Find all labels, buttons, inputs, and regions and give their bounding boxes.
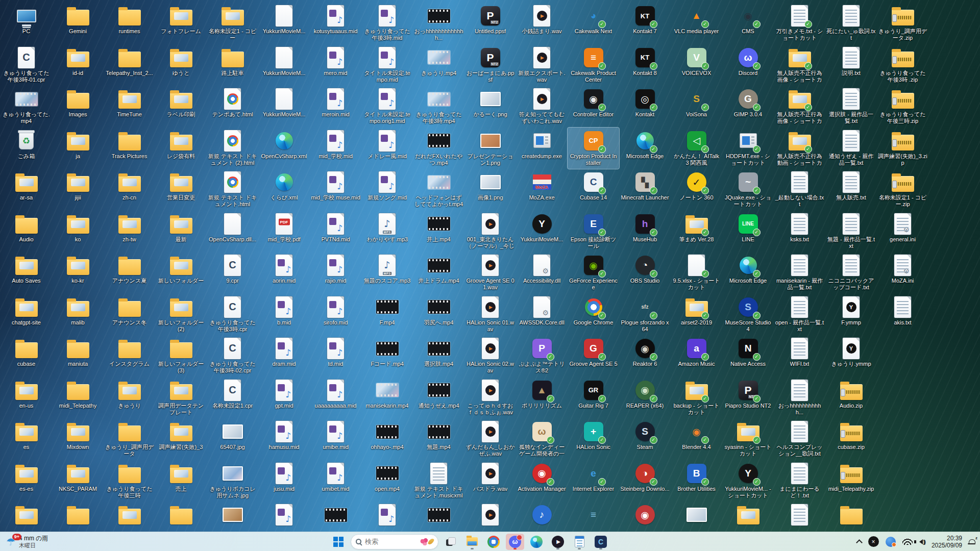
desktop-icon[interactable]: Images bbox=[52, 86, 104, 128]
desktop-icon[interactable]: Track Pictures bbox=[104, 128, 155, 169]
desktop-icon[interactable]: Mixdown bbox=[52, 418, 104, 460]
volume-icon[interactable]: )) bbox=[919, 539, 925, 545]
desktop-icon[interactable]: 無題 - 親作品一覧.txt bbox=[825, 211, 877, 253]
desktop-icon[interactable]: ohhayo-.mp4 bbox=[361, 418, 413, 460]
desktop-icon[interactable]: ✓HDDFMT.exe - ショートカット bbox=[722, 128, 774, 169]
desktop-icon[interactable]: ヘッドフォンはずしててよかっt.mp4 bbox=[413, 169, 464, 211]
desktop-icon[interactable]: アナウンス冬 bbox=[104, 294, 155, 336]
desktop-icon[interactable]: ▚✓Minecraft Launcher bbox=[619, 169, 671, 211]
desktop-icon[interactable]: ♪meroin.mid bbox=[310, 86, 361, 128]
desktop-icon[interactable]: S✓VoiSona bbox=[671, 86, 722, 128]
desktop-icon[interactable]: _起動しない場合.txt bbox=[774, 169, 825, 211]
desktop-icon[interactable]: テンポあて.html bbox=[207, 86, 258, 128]
desktop-icon[interactable]: ω✓孤独なインディーゲーム開発者の一生 ... bbox=[516, 418, 568, 460]
taskbar-app-discord[interactable]: ω bbox=[506, 534, 524, 550]
desktop-icon[interactable]: 通知うぜえ.mp4 bbox=[413, 377, 464, 419]
desktop-icon[interactable]: ニコニコバックアップコード.txt bbox=[825, 252, 877, 294]
taskbar-app-cubase[interactable]: C bbox=[592, 534, 610, 550]
desktop-icon[interactable]: PDFmid_学校.pdf bbox=[258, 211, 310, 253]
ime-ball-icon[interactable] bbox=[886, 537, 896, 547]
desktop-icon[interactable]: ✓筆まめ Ver.28 bbox=[671, 211, 722, 253]
desktop-icon[interactable]: きゅうり bbox=[104, 377, 155, 419]
desktop-icon[interactable]: 画像1.png bbox=[464, 169, 516, 211]
taskbar-app-media-player[interactable]: ▶ bbox=[549, 534, 567, 550]
desktop-icon[interactable]: くらび.xml bbox=[258, 169, 310, 211]
desktop-icon[interactable]: ♪MP3わかりやす.mp3 bbox=[361, 211, 413, 253]
desktop-icon[interactable]: Audio bbox=[1, 211, 52, 253]
desktop-icon[interactable]: ✓無人販売不正行為 画像 - ショートカッ... bbox=[774, 44, 825, 86]
desktop-icon[interactable]: ▲✓ポリリリリズム bbox=[516, 377, 568, 419]
desktop-icon[interactable]: ▶答え知っててもむずいわこれ.wav bbox=[516, 86, 568, 128]
search-input[interactable] bbox=[365, 538, 416, 545]
desktop-icon[interactable]: zh-tw bbox=[104, 211, 155, 253]
desktop-icon[interactable]: ▶こってゅｈｄすおｆｄｓｂふぉ.wav bbox=[464, 377, 516, 419]
desktop-icon[interactable]: ✓無人販売不正行為 画像 - ショートカット bbox=[774, 86, 825, 128]
desktop-icon[interactable]: おっhhhhhhhhhhhhh... bbox=[413, 3, 464, 44]
desktop-icon[interactable]: MoZAMoZA.exe bbox=[516, 169, 568, 211]
desktop-icon[interactable]: ~✓JQuake.exe - ショートカット bbox=[722, 169, 774, 211]
desktop-icon[interactable]: V✓VOICEVOX bbox=[671, 44, 722, 86]
voicevox-tray-icon[interactable]: × bbox=[868, 536, 879, 547]
desktop-icon[interactable]: ✓万引きメモ.txt - ショートカット bbox=[774, 3, 825, 44]
desktop-icon[interactable]: ♪mid_学校 muse.mid bbox=[310, 169, 361, 211]
desktop-icon[interactable]: jijii bbox=[52, 169, 104, 211]
desktop-icon[interactable]: ✓Google Chrome bbox=[568, 294, 619, 336]
desktop-icon[interactable]: ♪タイトル未設定.tempo.mid bbox=[361, 44, 413, 86]
tray-overflow-chevron-icon[interactable] bbox=[856, 539, 863, 546]
desktop-icon[interactable]: きゅうりボカコレ用サムネ.jpg bbox=[207, 460, 258, 502]
desktop-icon[interactable]: ◉✓CMS bbox=[722, 3, 774, 44]
desktop-icon[interactable]: chatgpt-site bbox=[1, 294, 52, 336]
desktop-icon[interactable]: midi_Telepathy bbox=[52, 377, 104, 419]
desktop-icon[interactable]: akis.txt bbox=[877, 294, 928, 336]
desktop-icon[interactable]: id-id bbox=[52, 44, 104, 86]
desktop-icon[interactable]: ▶小銭詰まり.wav bbox=[516, 3, 568, 44]
desktop-icon[interactable]: ▶ずんだもん_しおかぜふ.wav bbox=[464, 418, 516, 460]
desktop-icon[interactable]: 名称未設定1 - コピー.zip bbox=[877, 169, 928, 211]
desktop-icon[interactable]: ◉✓GeForce Experience bbox=[568, 252, 619, 294]
desktop-icon[interactable]: 新規 テキスト ドキュメント.html bbox=[207, 169, 258, 211]
desktop-icon[interactable]: Auto Saves bbox=[1, 252, 52, 294]
desktop-icon[interactable]: プレゼンテーション1.png bbox=[464, 128, 516, 169]
desktop-icon[interactable]: Fコード.mp4 bbox=[361, 335, 413, 377]
desktop-icon[interactable]: ◉✓Controller Editor bbox=[568, 86, 619, 128]
desktop-icon[interactable]: ♪mero.mid bbox=[310, 44, 361, 86]
desktop-icon[interactable]: ⚙general.ini bbox=[877, 211, 928, 253]
desktop-icon[interactable]: ◎✓Kontakt bbox=[619, 86, 671, 128]
desktop-icon[interactable]: 死にたい_ゅ歌詞.txt bbox=[825, 3, 877, 44]
desktop-icon[interactable]: S✓MuseScore Studio 4 bbox=[722, 294, 774, 336]
desktop-icon[interactable]: C名称未設定1.cpr bbox=[207, 377, 258, 419]
desktop-icon[interactable]: 営業日変更 bbox=[155, 169, 207, 211]
desktop-icon[interactable]: OpenCvSharp.xml bbox=[258, 128, 310, 169]
desktop-icon[interactable]: 売上 bbox=[155, 460, 207, 502]
desktop-icon[interactable]: きゅうり食ってた午後3時.mp4 bbox=[413, 86, 464, 128]
search-box[interactable] bbox=[351, 534, 438, 549]
desktop-icon[interactable]: G✓GIMP 3.0.4 bbox=[722, 86, 774, 128]
desktop-icon[interactable]: KT✓Kontakt 7 bbox=[619, 3, 671, 44]
desktop-icon[interactable]: 名称未設定1 - コピー bbox=[207, 3, 258, 44]
desktop-icon[interactable]: F.mp4 bbox=[361, 294, 413, 336]
desktop-icon[interactable]: きゅうり食ってた午後三時.zip bbox=[877, 86, 928, 128]
desktop-icon[interactable]: インスタグラム bbox=[104, 335, 155, 377]
desktop-icon[interactable]: おっhhhhhhhhhhh... bbox=[774, 377, 825, 419]
desktop-icon[interactable]: open.mp4 bbox=[361, 460, 413, 502]
desktop-icon[interactable]: 選択肢 - 親作品一覧.txt bbox=[825, 86, 877, 128]
desktop-icon[interactable]: ♪メドレー風.mid bbox=[361, 128, 413, 169]
desktop-icon[interactable]: ♪タイトル未設定.tempo.orig1.mid bbox=[361, 86, 413, 128]
desktop-icon[interactable]: 新しいフォルダー (3) bbox=[155, 335, 207, 377]
desktop-icon[interactable]: ω✓Discord bbox=[722, 44, 774, 86]
desktop-icon[interactable]: midi_Telepathy.zip bbox=[825, 460, 877, 502]
desktop-icon[interactable]: runtimes bbox=[104, 3, 155, 44]
desktop-icon[interactable]: きゅうり.mp4 bbox=[413, 44, 464, 86]
desktop-icon[interactable]: 説明.txt bbox=[825, 44, 877, 86]
desktop-icon[interactable]: だれだFXいれたやつ.mp4 bbox=[413, 128, 464, 169]
desktop-icon[interactable]: B✓Brother Utilities bbox=[671, 460, 722, 502]
desktop-icon[interactable]: ⚙AWSSDK.Core.dll bbox=[516, 294, 568, 336]
desktop-icon[interactable]: ◕✓Cakewalk Next bbox=[568, 3, 619, 44]
desktop-icon[interactable]: Audio.zip bbox=[825, 377, 877, 419]
desktop-icon[interactable]: 新しいフォルダー (2) bbox=[155, 294, 207, 336]
desktop-icon[interactable]: TimeTune bbox=[104, 86, 155, 128]
desktop-icon[interactable]: ✓✓ノートン 360 bbox=[671, 169, 722, 211]
desktop-icon[interactable]: cubase bbox=[1, 335, 52, 377]
desktop-icon[interactable]: +✓HALion Sonic bbox=[568, 418, 619, 460]
desktop-icon[interactable]: 路上駐車 bbox=[207, 44, 258, 86]
